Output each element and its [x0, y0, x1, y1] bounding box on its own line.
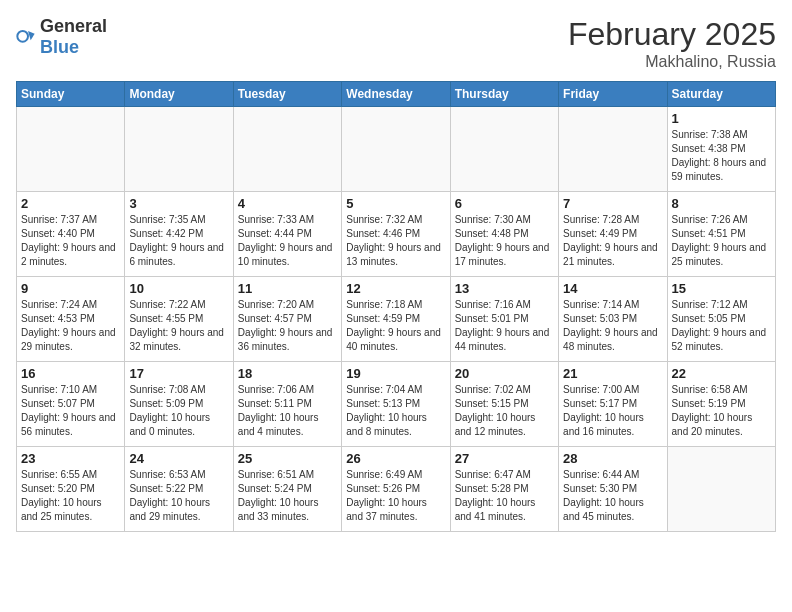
- calendar-cell: 17Sunrise: 7:08 AM Sunset: 5:09 PM Dayli…: [125, 362, 233, 447]
- day-number: 14: [563, 281, 662, 296]
- calendar-cell: 21Sunrise: 7:00 AM Sunset: 5:17 PM Dayli…: [559, 362, 667, 447]
- logo: General Blue: [16, 16, 107, 58]
- calendar-cell: 7Sunrise: 7:28 AM Sunset: 4:49 PM Daylig…: [559, 192, 667, 277]
- calendar-cell: [450, 107, 558, 192]
- week-row-5: 23Sunrise: 6:55 AM Sunset: 5:20 PM Dayli…: [17, 447, 776, 532]
- day-number: 4: [238, 196, 337, 211]
- day-number: 13: [455, 281, 554, 296]
- calendar-cell: [125, 107, 233, 192]
- day-info: Sunrise: 7:26 AM Sunset: 4:51 PM Dayligh…: [672, 213, 771, 269]
- calendar-cell: 27Sunrise: 6:47 AM Sunset: 5:28 PM Dayli…: [450, 447, 558, 532]
- day-info: Sunrise: 7:10 AM Sunset: 5:07 PM Dayligh…: [21, 383, 120, 439]
- day-info: Sunrise: 7:28 AM Sunset: 4:49 PM Dayligh…: [563, 213, 662, 269]
- logo-blue: Blue: [40, 37, 79, 57]
- day-number: 15: [672, 281, 771, 296]
- calendar-cell: 10Sunrise: 7:22 AM Sunset: 4:55 PM Dayli…: [125, 277, 233, 362]
- weekday-header-saturday: Saturday: [667, 82, 775, 107]
- day-number: 16: [21, 366, 120, 381]
- calendar-table: SundayMondayTuesdayWednesdayThursdayFrid…: [16, 81, 776, 532]
- calendar-cell: 23Sunrise: 6:55 AM Sunset: 5:20 PM Dayli…: [17, 447, 125, 532]
- page-header: General Blue February 2025 Makhalino, Ru…: [16, 16, 776, 71]
- weekday-header-row: SundayMondayTuesdayWednesdayThursdayFrid…: [17, 82, 776, 107]
- calendar-cell: 16Sunrise: 7:10 AM Sunset: 5:07 PM Dayli…: [17, 362, 125, 447]
- week-row-3: 9Sunrise: 7:24 AM Sunset: 4:53 PM Daylig…: [17, 277, 776, 362]
- weekday-header-tuesday: Tuesday: [233, 82, 341, 107]
- calendar-cell: 6Sunrise: 7:30 AM Sunset: 4:48 PM Daylig…: [450, 192, 558, 277]
- day-number: 22: [672, 366, 771, 381]
- day-info: Sunrise: 7:08 AM Sunset: 5:09 PM Dayligh…: [129, 383, 228, 439]
- day-number: 7: [563, 196, 662, 211]
- day-number: 18: [238, 366, 337, 381]
- calendar-cell: 9Sunrise: 7:24 AM Sunset: 4:53 PM Daylig…: [17, 277, 125, 362]
- calendar-cell: 4Sunrise: 7:33 AM Sunset: 4:44 PM Daylig…: [233, 192, 341, 277]
- calendar-cell: 12Sunrise: 7:18 AM Sunset: 4:59 PM Dayli…: [342, 277, 450, 362]
- weekday-header-friday: Friday: [559, 82, 667, 107]
- day-info: Sunrise: 7:18 AM Sunset: 4:59 PM Dayligh…: [346, 298, 445, 354]
- day-info: Sunrise: 7:00 AM Sunset: 5:17 PM Dayligh…: [563, 383, 662, 439]
- calendar-cell: 15Sunrise: 7:12 AM Sunset: 5:05 PM Dayli…: [667, 277, 775, 362]
- day-info: Sunrise: 7:16 AM Sunset: 5:01 PM Dayligh…: [455, 298, 554, 354]
- day-info: Sunrise: 6:58 AM Sunset: 5:19 PM Dayligh…: [672, 383, 771, 439]
- weekday-header-thursday: Thursday: [450, 82, 558, 107]
- day-info: Sunrise: 7:24 AM Sunset: 4:53 PM Dayligh…: [21, 298, 120, 354]
- location-title: Makhalino, Russia: [568, 53, 776, 71]
- day-number: 20: [455, 366, 554, 381]
- calendar-cell: 8Sunrise: 7:26 AM Sunset: 4:51 PM Daylig…: [667, 192, 775, 277]
- day-number: 12: [346, 281, 445, 296]
- weekday-header-sunday: Sunday: [17, 82, 125, 107]
- calendar-cell: 13Sunrise: 7:16 AM Sunset: 5:01 PM Dayli…: [450, 277, 558, 362]
- day-number: 23: [21, 451, 120, 466]
- logo-icon: [16, 27, 36, 47]
- weekday-header-monday: Monday: [125, 82, 233, 107]
- calendar-cell: 25Sunrise: 6:51 AM Sunset: 5:24 PM Dayli…: [233, 447, 341, 532]
- day-info: Sunrise: 7:22 AM Sunset: 4:55 PM Dayligh…: [129, 298, 228, 354]
- calendar-cell: 5Sunrise: 7:32 AM Sunset: 4:46 PM Daylig…: [342, 192, 450, 277]
- day-number: 19: [346, 366, 445, 381]
- day-number: 11: [238, 281, 337, 296]
- day-info: Sunrise: 7:38 AM Sunset: 4:38 PM Dayligh…: [672, 128, 771, 184]
- svg-marker-1: [28, 31, 35, 40]
- day-number: 8: [672, 196, 771, 211]
- day-info: Sunrise: 7:32 AM Sunset: 4:46 PM Dayligh…: [346, 213, 445, 269]
- day-number: 24: [129, 451, 228, 466]
- calendar-cell: 1Sunrise: 7:38 AM Sunset: 4:38 PM Daylig…: [667, 107, 775, 192]
- day-number: 10: [129, 281, 228, 296]
- day-info: Sunrise: 7:35 AM Sunset: 4:42 PM Dayligh…: [129, 213, 228, 269]
- calendar-cell: 14Sunrise: 7:14 AM Sunset: 5:03 PM Dayli…: [559, 277, 667, 362]
- day-info: Sunrise: 6:53 AM Sunset: 5:22 PM Dayligh…: [129, 468, 228, 524]
- day-number: 5: [346, 196, 445, 211]
- logo-text: General Blue: [40, 16, 107, 58]
- calendar-cell: 18Sunrise: 7:06 AM Sunset: 5:11 PM Dayli…: [233, 362, 341, 447]
- day-info: Sunrise: 7:04 AM Sunset: 5:13 PM Dayligh…: [346, 383, 445, 439]
- day-info: Sunrise: 7:30 AM Sunset: 4:48 PM Dayligh…: [455, 213, 554, 269]
- day-info: Sunrise: 6:49 AM Sunset: 5:26 PM Dayligh…: [346, 468, 445, 524]
- weekday-header-wednesday: Wednesday: [342, 82, 450, 107]
- day-info: Sunrise: 7:14 AM Sunset: 5:03 PM Dayligh…: [563, 298, 662, 354]
- day-info: Sunrise: 6:51 AM Sunset: 5:24 PM Dayligh…: [238, 468, 337, 524]
- day-number: 9: [21, 281, 120, 296]
- day-info: Sunrise: 7:20 AM Sunset: 4:57 PM Dayligh…: [238, 298, 337, 354]
- day-number: 27: [455, 451, 554, 466]
- day-number: 17: [129, 366, 228, 381]
- calendar-cell: 24Sunrise: 6:53 AM Sunset: 5:22 PM Dayli…: [125, 447, 233, 532]
- calendar-cell: [559, 107, 667, 192]
- day-number: 25: [238, 451, 337, 466]
- logo-general: General: [40, 16, 107, 36]
- day-number: 21: [563, 366, 662, 381]
- calendar-cell: 28Sunrise: 6:44 AM Sunset: 5:30 PM Dayli…: [559, 447, 667, 532]
- week-row-2: 2Sunrise: 7:37 AM Sunset: 4:40 PM Daylig…: [17, 192, 776, 277]
- day-info: Sunrise: 7:06 AM Sunset: 5:11 PM Dayligh…: [238, 383, 337, 439]
- month-title: February 2025: [568, 16, 776, 53]
- week-row-4: 16Sunrise: 7:10 AM Sunset: 5:07 PM Dayli…: [17, 362, 776, 447]
- day-info: Sunrise: 6:55 AM Sunset: 5:20 PM Dayligh…: [21, 468, 120, 524]
- day-number: 28: [563, 451, 662, 466]
- calendar-cell: [342, 107, 450, 192]
- calendar-cell: 22Sunrise: 6:58 AM Sunset: 5:19 PM Dayli…: [667, 362, 775, 447]
- calendar-cell: 2Sunrise: 7:37 AM Sunset: 4:40 PM Daylig…: [17, 192, 125, 277]
- title-block: February 2025 Makhalino, Russia: [568, 16, 776, 71]
- day-number: 1: [672, 111, 771, 126]
- day-number: 3: [129, 196, 228, 211]
- calendar-cell: 20Sunrise: 7:02 AM Sunset: 5:15 PM Dayli…: [450, 362, 558, 447]
- day-info: Sunrise: 7:02 AM Sunset: 5:15 PM Dayligh…: [455, 383, 554, 439]
- day-info: Sunrise: 7:37 AM Sunset: 4:40 PM Dayligh…: [21, 213, 120, 269]
